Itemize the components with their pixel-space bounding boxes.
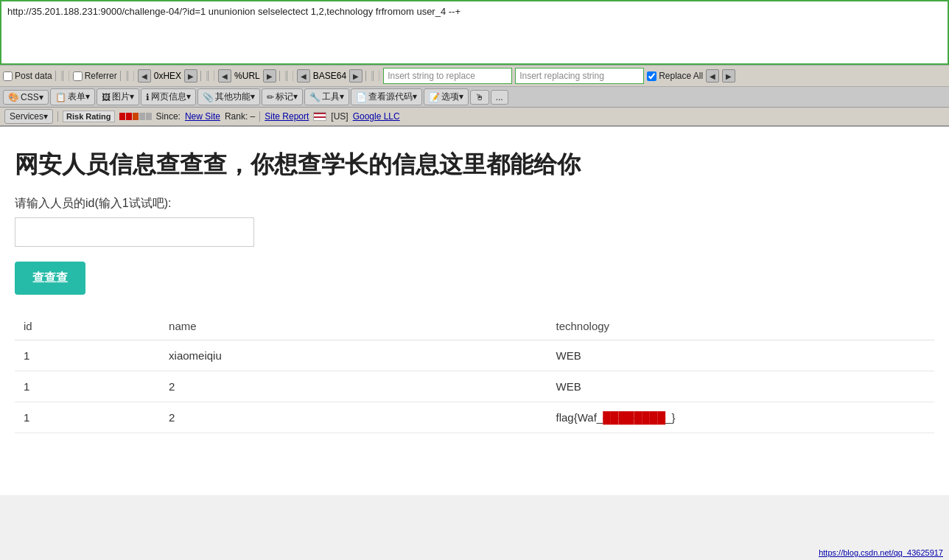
- cell-tech-2: flag{Waf_████████_}: [547, 402, 934, 433]
- risk-seg-1: [119, 113, 125, 120]
- risk-rating-bar: [119, 113, 152, 120]
- cell-name-2: 2: [160, 402, 547, 433]
- risk-seg-5: [146, 113, 152, 120]
- info-icon: ℹ: [146, 92, 150, 102]
- cell-name-1: 2: [160, 371, 547, 402]
- table-header-row: id name technology: [15, 312, 934, 340]
- col-header-tech: technology: [547, 312, 934, 340]
- tools-btn[interactable]: 🔧 工具▾: [304, 88, 349, 105]
- url-text: http://35.201.188.231:9000/challenge-04/…: [7, 6, 461, 17]
- replace-arrow-right[interactable]: ▶: [722, 69, 735, 83]
- services-btn[interactable]: Services▾: [4, 109, 53, 124]
- page-title: 网安人员信息查查查，你想查学长的信息这里都能给你: [15, 149, 934, 181]
- id-input[interactable]: [15, 217, 254, 247]
- base64-arrow-left[interactable]: ◀: [297, 69, 310, 83]
- site-report-link[interactable]: Site Report: [265, 111, 309, 122]
- replace-arrow-left[interactable]: ◀: [706, 69, 719, 83]
- table-row: 12WEB: [15, 371, 934, 402]
- referrer-checkbox-label[interactable]: Referrer: [73, 71, 117, 81]
- source-btn[interactable]: 📄 查看源代码▾: [351, 88, 422, 105]
- cell-tech-1: WEB: [547, 371, 934, 402]
- table-btn[interactable]: 📋 表单▾: [50, 88, 95, 105]
- url-arrow-right[interactable]: ▶: [263, 69, 276, 83]
- flag-icon: [313, 112, 326, 121]
- table-icon: 📋: [55, 92, 66, 102]
- col-header-id: id: [15, 312, 160, 340]
- risk-seg-3: [133, 113, 139, 120]
- divider5: [365, 71, 380, 81]
- replace-all-checkbox[interactable]: [647, 71, 656, 81]
- divider4: [279, 71, 294, 81]
- divider3: [200, 71, 215, 81]
- risk-badge: Risk Rating: [63, 111, 115, 122]
- cell-name-0: xiaomeiqiu: [160, 340, 547, 371]
- country-label: [US]: [331, 111, 348, 122]
- cell-id-0: 1: [15, 340, 160, 371]
- cell-tech-0: WEB: [547, 340, 934, 371]
- url-bar[interactable]: http://35.201.188.231:9000/challenge-04/…: [0, 0, 949, 65]
- since-label: Since:: [156, 111, 181, 122]
- cursor-btn[interactable]: 🖱: [470, 90, 489, 105]
- new-site-link[interactable]: New Site: [185, 111, 220, 122]
- post-data-checkbox[interactable]: [3, 71, 13, 81]
- base64-arrow-right[interactable]: ▶: [349, 69, 363, 83]
- source-icon: 📄: [356, 92, 367, 102]
- main-content: 网安人员信息查查查，你想查学长的信息这里都能给你 请输入人员的id(输入1试试吧…: [0, 127, 949, 495]
- replace-all-checkbox-label[interactable]: Replace All: [647, 71, 703, 81]
- referrer-checkbox[interactable]: [73, 71, 83, 81]
- hex-arrow-left[interactable]: ◀: [138, 69, 151, 83]
- divider2: [120, 71, 135, 81]
- divider1: [55, 71, 70, 81]
- css-btn[interactable]: 🎨 CSS▾: [3, 90, 49, 105]
- mark-icon: ✏: [267, 92, 274, 102]
- owner-link[interactable]: Google LLC: [353, 111, 400, 122]
- status-divider2: [259, 111, 260, 122]
- info-btn[interactable]: ℹ 网页信息▾: [141, 88, 196, 105]
- status-bar: Services▾ Risk Rating Since: New Site Ra…: [0, 108, 949, 127]
- nav-toolbar: 🎨 CSS▾ 📋 表单▾ 🖼 图片▾ ℹ 网页信息▾ 📎 其他功能▾ ✏ 标记▾…: [0, 87, 949, 108]
- image-btn[interactable]: 🖼 图片▾: [97, 88, 139, 105]
- result-table: id name technology 1xiaomeiqiuWEB12WEB12…: [15, 312, 934, 433]
- replace-all-label: Replace All: [659, 71, 703, 81]
- table-row: 12flag{Waf_████████_}: [15, 402, 934, 433]
- hex-arrow-right[interactable]: ▶: [184, 69, 197, 83]
- cell-id-2: 1: [15, 402, 160, 433]
- options-icon: 📝: [429, 92, 440, 102]
- id-input-label: 请输入人员的id(输入1试试吧):: [15, 196, 934, 211]
- risk-seg-4: [139, 113, 145, 120]
- toolbar: Post data Referrer ◀ 0xHEX ▶ ◀ %URL ▶ ◀ …: [0, 65, 949, 87]
- css-icon: 🎨: [8, 92, 19, 102]
- url-arrow-left[interactable]: ◀: [218, 69, 231, 83]
- table-row: 1xiaomeiqiuWEB: [15, 340, 934, 371]
- dots-btn[interactable]: ...: [491, 90, 508, 105]
- more-icon: 📎: [203, 92, 214, 102]
- status-divider: [57, 111, 58, 122]
- rank-label: Rank: –: [225, 111, 255, 122]
- cell-id-1: 1: [15, 371, 160, 402]
- replace-string-input[interactable]: [383, 68, 512, 84]
- services-label: Services▾: [10, 111, 48, 122]
- replacing-string-input[interactable]: [515, 68, 644, 84]
- url-label: %URL: [234, 71, 260, 81]
- more-btn[interactable]: 📎 其他功能▾: [197, 88, 260, 105]
- cursor-icon: 🖱: [475, 92, 484, 102]
- query-button[interactable]: 查查查: [15, 262, 85, 295]
- mark-btn[interactable]: ✏ 标记▾: [262, 88, 303, 105]
- options-btn[interactable]: 📝 选项▾: [424, 88, 469, 105]
- risk-seg-2: [126, 113, 132, 120]
- base64-label: BASE64: [313, 71, 346, 81]
- image-icon: 🖼: [102, 92, 111, 102]
- post-data-checkbox-label[interactable]: Post data: [3, 71, 52, 81]
- tools-icon: 🔧: [309, 92, 321, 102]
- hex-label: 0xHEX: [154, 71, 181, 81]
- col-header-name: name: [160, 312, 547, 340]
